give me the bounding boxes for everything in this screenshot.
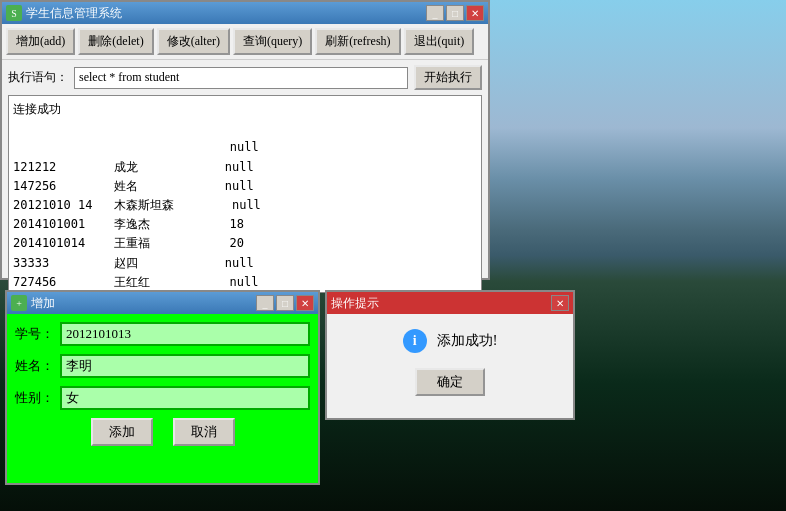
alert-dialog-titlebar: 操作提示 ✕ [327,292,573,314]
output-text: 连接成功 null 121212 成龙 null 147256 姓名 null … [13,100,477,292]
sql-input[interactable] [74,67,408,89]
add-minimize-button[interactable]: _ [256,295,274,311]
add-dialog-controls: _ □ ✕ [256,295,314,311]
alter-button[interactable]: 修改(alter) [157,28,230,55]
delete-button[interactable]: 删除(delet) [78,28,153,55]
refresh-button[interactable]: 刷新(refresh) [315,28,400,55]
student-id-label: 学号： [15,325,60,343]
add-dialog-icon: + [11,295,27,311]
alert-close-button[interactable]: ✕ [551,295,569,311]
name-label: 姓名： [15,357,60,375]
submit-add-button[interactable]: 添加 [91,418,153,446]
name-row: 姓名： [15,354,310,378]
cancel-add-button[interactable]: 取消 [173,418,235,446]
main-window-controls: _ □ ✕ [426,5,484,21]
alert-dialog-body: i 添加成功! 确定 [327,314,573,406]
main-close-button[interactable]: ✕ [466,5,484,21]
add-dialog-body: 学号： 姓名： 性别： 添加 取消 [7,314,318,454]
name-field[interactable] [60,354,310,378]
add-dialog: + 增加 _ □ ✕ 学号： 姓名： 性别： 添加 取消 [5,290,320,485]
exec-button[interactable]: 开始执行 [414,65,482,90]
gender-label: 性别： [15,389,60,407]
main-minimize-button[interactable]: _ [426,5,444,21]
output-area[interactable]: 连接成功 null 121212 成龙 null 147256 姓名 null … [8,95,482,293]
add-button[interactable]: 增加(add) [6,28,75,55]
add-maximize-button[interactable]: □ [276,295,294,311]
main-window: S 学生信息管理系统 _ □ ✕ 增加(add) 删除(delet) 修改(al… [0,0,490,280]
gender-row: 性别： [15,386,310,410]
main-window-title: 学生信息管理系统 [26,5,426,22]
add-close-button[interactable]: ✕ [296,295,314,311]
quit-button[interactable]: 退出(quit) [404,28,475,55]
add-dialog-title: 增加 [31,295,256,312]
student-id-row: 学号： [15,322,310,346]
gender-field[interactable] [60,386,310,410]
add-dialog-buttons: 添加 取消 [15,418,310,446]
query-button[interactable]: 查询(query) [233,28,312,55]
info-icon: i [403,329,427,353]
sql-label: 执行语句： [8,69,68,86]
add-dialog-titlebar: + 增加 _ □ ✕ [7,292,318,314]
alert-dialog-title: 操作提示 [331,295,551,312]
main-window-icon: S [6,5,22,21]
alert-message: 添加成功! [437,332,498,350]
sql-row: 执行语句： 开始执行 [2,60,488,95]
ok-button[interactable]: 确定 [415,368,485,396]
main-maximize-button[interactable]: □ [446,5,464,21]
alert-message-row: i 添加成功! [403,329,498,353]
main-toolbar: 增加(add) 删除(delet) 修改(alter) 查询(query) 刷新… [2,24,488,60]
alert-dialog: 操作提示 ✕ i 添加成功! 确定 [325,290,575,420]
student-id-field[interactable] [60,322,310,346]
main-window-titlebar: S 学生信息管理系统 _ □ ✕ [2,2,488,24]
